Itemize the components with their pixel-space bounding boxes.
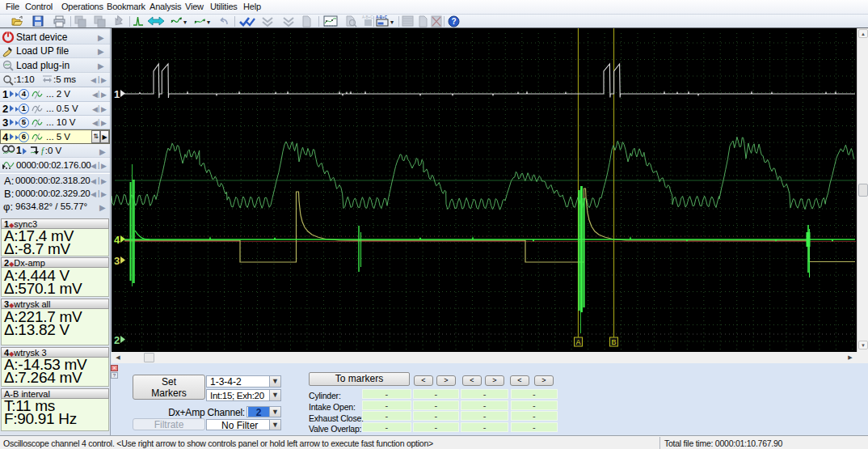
svg-text:B: B xyxy=(611,338,616,346)
svg-text:4: 4 xyxy=(114,234,120,246)
svg-text:A-B+C: A-B+C xyxy=(376,15,388,19)
svg-text:3: 3 xyxy=(114,255,120,267)
svg-text:A: A xyxy=(575,338,580,346)
svg-text:1: 1 xyxy=(114,88,120,100)
svg-text:2: 2 xyxy=(114,334,120,346)
svg-text:A-B+C: A-B+C xyxy=(362,15,373,19)
svg-text:?: ? xyxy=(451,17,456,26)
